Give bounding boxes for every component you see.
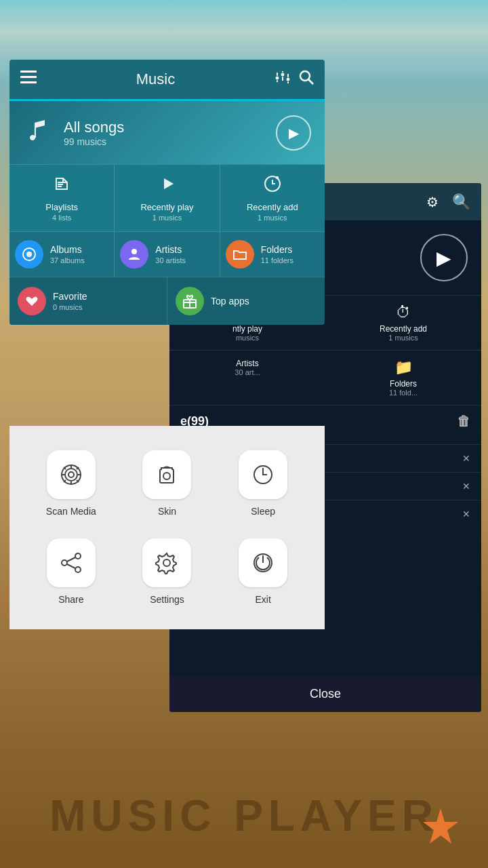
popup-share[interactable]: Share xyxy=(23,528,119,616)
share-icon-box xyxy=(47,538,96,587)
svg-point-21 xyxy=(28,254,30,255)
favorite-count: 0 musics xyxy=(53,303,87,311)
top-apps-cell[interactable]: Top apps xyxy=(167,277,325,325)
settings-label: Settings xyxy=(150,594,184,605)
folders-label-back: Folders xyxy=(390,379,417,389)
playlists-count: 4 lists xyxy=(52,214,71,222)
recently-play-icon xyxy=(157,174,176,198)
svg-line-11 xyxy=(308,79,313,84)
popup-skin[interactable]: Skin xyxy=(119,439,216,528)
svg-marker-15 xyxy=(164,178,174,189)
favorite-text: Favorite 0 musics xyxy=(53,291,87,311)
svg-point-27 xyxy=(65,469,77,481)
top-apps-text: Top apps xyxy=(211,296,249,307)
recently-add-icon xyxy=(263,174,282,198)
recently-add-icon: ⏱ xyxy=(396,304,411,321)
svg-rect-2 xyxy=(20,76,37,78)
play-button-back[interactable]: ▶ xyxy=(420,234,468,281)
all-songs-count: 99 musics xyxy=(64,136,124,147)
svg-rect-3 xyxy=(20,81,37,83)
svg-point-9 xyxy=(286,77,290,81)
top-apps-name: Top apps xyxy=(211,296,249,307)
svg-marker-0 xyxy=(423,808,458,844)
main-panel: Music xyxy=(9,60,325,325)
playlists-icon xyxy=(52,174,71,198)
items-row: Albums 37 albums Artists 30 artists xyxy=(9,231,325,277)
svg-point-44 xyxy=(163,559,170,566)
svg-line-43 xyxy=(67,564,75,568)
popup-grid: Scan Media Skin Sleep xyxy=(9,426,325,629)
all-songs-title: All songs xyxy=(64,119,124,136)
share-label: Share xyxy=(58,594,83,605)
close-icon-2[interactable]: ✕ xyxy=(462,481,470,492)
category-playlists[interactable]: Playlists 4 lists xyxy=(9,165,115,231)
albums-count: 37 albums xyxy=(50,256,85,264)
artists-text: Artists 30 artists xyxy=(155,244,186,264)
all-songs-left: All songs 99 musics xyxy=(23,115,124,151)
sleep-icon-box xyxy=(239,450,287,499)
svg-point-28 xyxy=(68,472,74,477)
folders-icon-back: 📁 xyxy=(394,359,413,376)
exit-icon-box xyxy=(239,538,287,587)
svg-point-41 xyxy=(75,567,81,572)
close-bar[interactable]: Close xyxy=(169,676,481,712)
back-artists[interactable]: Artists 30 art... xyxy=(169,351,325,405)
skin-label: Skin xyxy=(158,506,176,517)
filter-icon-back[interactable]: ⚙ xyxy=(426,194,439,210)
skin-icon-box xyxy=(142,450,191,499)
category-recently-add[interactable]: Recently add 1 musics xyxy=(220,165,325,231)
back-panel-row-2: Artists 30 art... 📁 Folders 11 fold... xyxy=(169,350,481,405)
scan-media-icon-box xyxy=(47,450,96,499)
gift-icon xyxy=(176,287,204,315)
starfish-decoration xyxy=(420,807,461,848)
play-all-button[interactable]: ▶ xyxy=(276,115,311,151)
search-icon[interactable] xyxy=(299,70,314,89)
albums-cell[interactable]: Albums 37 albums xyxy=(9,232,115,277)
settings-icon-box xyxy=(142,538,191,587)
recently-add-count: 1 musics xyxy=(388,334,418,342)
category-recently-play[interactable]: Recently play 1 musics xyxy=(115,165,220,231)
popup-sleep[interactable]: Sleep xyxy=(215,439,311,528)
folders-count: 11 folders xyxy=(261,256,293,264)
folders-text: Folders 11 folders xyxy=(261,244,293,264)
close-icon-1[interactable]: ✕ xyxy=(462,453,470,464)
recently-add-count: 1 musics xyxy=(258,214,287,222)
popup-exit[interactable]: Exit xyxy=(215,528,311,616)
popup-scan-media[interactable]: Scan Media xyxy=(23,439,119,528)
favorite-cell[interactable]: Favorite 0 musics xyxy=(9,277,167,325)
categories-grid: Playlists 4 lists Recently play 1 musics xyxy=(9,164,325,231)
svg-point-37 xyxy=(163,473,170,479)
menu-icon[interactable] xyxy=(20,71,37,88)
back-folders[interactable]: 📁 Folders 11 fold... xyxy=(325,351,481,405)
scan-media-label: Scan Media xyxy=(46,506,96,517)
artists-cell[interactable]: Artists 30 artists xyxy=(115,232,220,277)
close-icon-3[interactable]: ✕ xyxy=(462,509,470,519)
playlists-name: Playlists xyxy=(45,202,78,212)
recently-play-count: 1 musics xyxy=(152,214,182,222)
albums-icon xyxy=(15,240,43,269)
back-recently-add[interactable]: ⏱ Recently add 1 musics xyxy=(325,296,481,350)
artists-count-back: 30 art... xyxy=(235,368,260,376)
delete-icon[interactable]: 🗑 xyxy=(457,414,470,429)
recently-play-name: Recently play xyxy=(140,202,193,212)
artists-label-back: Artists xyxy=(236,359,258,368)
popup-settings[interactable]: Settings xyxy=(119,528,216,616)
all-songs-section[interactable]: All songs 99 musics ▶ xyxy=(9,101,325,164)
recently-play-label: ntly play xyxy=(232,324,262,334)
app-title: Music xyxy=(45,71,266,88)
folders-cell[interactable]: Folders 11 folders xyxy=(220,232,325,277)
svg-point-8 xyxy=(281,73,285,77)
svg-point-7 xyxy=(275,76,279,80)
bottom-row: Favorite 0 musics Top apps xyxy=(9,277,325,325)
artists-name: Artists xyxy=(155,244,186,255)
recently-add-label: Recently add xyxy=(380,324,427,334)
svg-point-22 xyxy=(131,249,137,254)
search-icon-back[interactable]: 🔍 xyxy=(452,193,470,211)
artists-count: 30 artists xyxy=(155,256,186,264)
heart-icon xyxy=(18,287,46,315)
music-note-icon xyxy=(23,115,53,151)
bottom-popup: Scan Media Skin Sleep xyxy=(9,426,325,629)
filter-icon[interactable] xyxy=(274,70,291,89)
albums-name: Albums xyxy=(50,244,85,255)
folders-count-back: 11 fold... xyxy=(389,389,418,397)
